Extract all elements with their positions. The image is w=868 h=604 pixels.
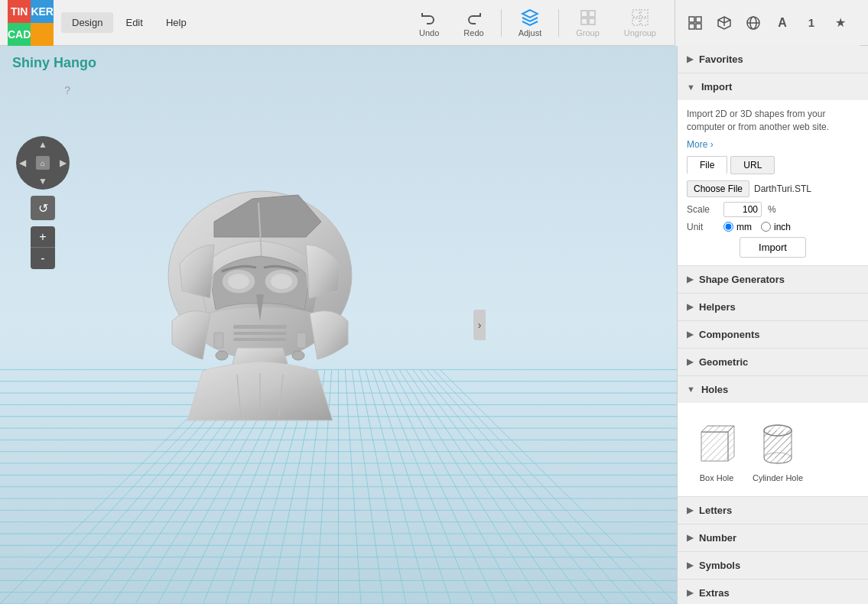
svg-rect-2 [581,18,587,24]
mm-option[interactable]: mm [723,222,752,232]
nav-down[interactable]: ▼ [38,176,47,187]
text-view-button[interactable]: A [770,11,795,35]
helpers-label: Helpers [699,301,736,313]
nav-help[interactable]: Help [155,12,197,33]
nav-circle[interactable]: ▲ ▼ ◀ ▶ ⌂ [16,136,70,190]
zoom-in-button[interactable]: + [31,226,55,248]
components-section: ▶ Components [678,321,868,349]
project-title: Shiny Hango [12,55,96,71]
mm-radio[interactable] [723,222,733,232]
svg-rect-23 [214,333,223,348]
scale-input[interactable] [723,202,762,217]
scale-row: Scale % [687,202,859,217]
shape-generators-header[interactable]: ▶ Shape Generators [678,266,868,293]
toolbar-separator [501,9,502,37]
main-area: Shiny Hango [0,46,868,604]
nav-edit[interactable]: Edit [115,12,153,33]
svg-point-26 [292,351,304,360]
svg-rect-4 [632,10,639,17]
svg-point-19 [271,274,292,289]
svg-rect-7 [641,18,648,25]
logo[interactable]: TIN KER CAD [8,0,54,46]
cube-view-button[interactable] [712,11,736,35]
svg-rect-21 [233,332,287,335]
svg-point-31 [764,453,792,463]
logo-bl: CAD [8,23,31,46]
nav-up[interactable]: ▲ [38,139,47,150]
import-label: Import [701,81,732,93]
file-row: Choose File DarthTuri.STL [687,180,859,197]
holes-label: Holes [701,384,728,395]
symbols-arrow: ▶ [687,560,693,570]
nav-buttons: Design Edit Help [61,12,197,33]
svg-rect-20 [233,325,287,329]
choose-file-button[interactable]: Choose File [687,180,749,197]
topbar: TIN KER CAD Design Edit Help Undo Redo [0,0,868,46]
home-button[interactable]: ⌂ [36,156,50,170]
extras-arrow: ▶ [687,588,693,598]
geometric-section: ▶ Geometric [678,349,868,376]
letters-header[interactable]: ▶ Letters [678,497,868,524]
undo-button[interactable]: Undo [408,5,450,41]
ungroup-button[interactable]: Ungroup [613,5,667,41]
holes-grid: Box Hole [687,411,859,489]
inch-option[interactable]: inch [761,222,791,232]
right-panel: ▶ Favorites ▼ Import Import 2D or 3D sha… [677,46,868,604]
file-tab[interactable]: File [687,156,727,174]
import-more-link[interactable]: More › [687,139,714,150]
geometric-label: Geometric [699,356,748,368]
logo-tl: TIN [8,0,31,23]
shape-generators-section: ▶ Shape Generators [678,266,868,294]
group-button[interactable]: Group [565,5,610,41]
inch-radio[interactable] [761,222,771,232]
import-button[interactable]: Import [740,237,806,258]
components-header[interactable]: ▶ Components [678,321,868,348]
symbols-header[interactable]: ▶ Symbols [678,552,868,579]
help-button[interactable]: ? [64,84,70,96]
redo-button[interactable]: Redo [453,5,494,41]
extras-label: Extras [699,587,730,599]
url-tab[interactable]: URL [730,156,775,174]
sphere-view-button[interactable] [741,11,766,35]
components-arrow: ▶ [687,330,693,339]
number-header[interactable]: ▶ Number [678,524,868,551]
favorites-arrow: ▶ [687,54,693,64]
box-hole-item[interactable]: Box Hole [690,417,743,482]
svg-rect-8 [689,17,694,22]
extras-header[interactable]: ▶ Extras [678,580,868,604]
number-view-button[interactable]: 1 [799,11,824,35]
symbols-section: ▶ Symbols [678,552,868,580]
cylinder-hole-item[interactable]: Cylinder Hole [751,417,805,482]
number-section: ▶ Number [678,524,868,552]
letters-section: ▶ Letters [678,497,868,524]
shape-generators-label: Shape Generators [699,274,785,285]
nav-right[interactable]: ▶ [60,157,67,168]
geometric-arrow: ▶ [687,357,693,367]
import-tabs: File URL [687,156,859,174]
right-toolbar: A 1 ★ [675,0,860,46]
panel-toggle-button[interactable]: › [473,310,486,340]
zoom-out-button[interactable]: - [31,248,55,269]
toolbar-separator2 [558,9,559,37]
geometric-header[interactable]: ▶ Geometric [678,349,868,375]
nav-left[interactable]: ◀ [19,157,26,168]
grid-view-button[interactable] [683,11,707,35]
rotate-button[interactable]: ↺ [31,196,55,220]
adjust-button[interactable]: Adjust [508,5,553,41]
favorites-header[interactable]: ▶ Favorites [678,46,868,73]
cylinder-hole-label: Cylinder Hole [753,473,803,482]
number-arrow: ▶ [687,533,693,543]
holes-header[interactable]: ▼ Holes [678,376,868,403]
unit-row: Unit mm inch [687,222,859,232]
scale-label: Scale [687,204,717,215]
cylinder-hole-preview [751,417,805,470]
helpers-header[interactable]: ▶ Helpers [678,294,868,320]
import-header[interactable]: ▼ Import [678,73,868,100]
helpers-section: ▶ Helpers [678,294,868,321]
star-view-button[interactable]: ★ [828,11,853,35]
nav-design[interactable]: Design [61,12,113,33]
favorites-label: Favorites [699,54,743,65]
svg-point-25 [216,351,228,360]
helpers-arrow: ▶ [687,302,693,312]
viewport[interactable]: Shiny Hango [0,46,677,604]
